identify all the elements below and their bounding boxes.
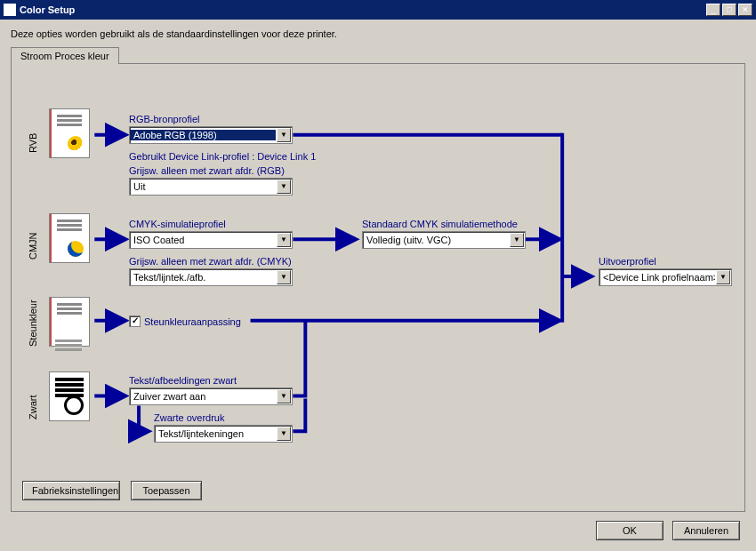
combo-gray-cmyk[interactable]: Tekst/lijntek./afb. ▼: [129, 268, 293, 286]
factory-settings-button[interactable]: Fabrieksinstellingen: [22, 481, 120, 500]
label-device-link-used: Gebruikt Device Link-profiel : Device Li…: [129, 151, 316, 162]
checkbox-spot-match[interactable]: ✓ Steunkleuraanpassing: [129, 315, 241, 327]
minimize-button[interactable]: _: [706, 4, 720, 16]
steun-doc-icon: [49, 297, 90, 347]
combo-gray-cmyk-value: Tekst/lijntek./afb.: [130, 272, 276, 283]
maximize-button[interactable]: □: [722, 4, 736, 16]
combo-text-graphics-black-value: Zuiver zwart aan: [130, 391, 276, 402]
label-gray-rgb: Grijsw. alleen met zwart afdr. (RGB): [129, 165, 285, 176]
label-rgb-source: RGB-bronprofiel: [129, 114, 199, 124]
label-gray-cmyk: Grijsw. alleen met zwart afdr. (CMYK): [129, 256, 292, 267]
combo-cmyk-method-value: Volledig (uitv. VGC): [363, 235, 509, 245]
apply-button[interactable]: Toepassen: [131, 481, 202, 500]
label-text-graphics-black: Tekst/afbeeldingen zwart: [129, 375, 237, 386]
chevron-down-icon: ▼: [277, 233, 291, 247]
combo-cmyk-sim-value: ISO Coated: [130, 235, 276, 245]
combo-text-graphics-black[interactable]: Zuiver zwart aan ▼: [129, 387, 293, 405]
combo-gray-rgb-value: Uit: [130, 181, 276, 192]
rgb-doc-icon: [49, 108, 90, 158]
label-black-overprint: Zwarte overdruk: [154, 412, 224, 423]
combo-gray-rgb[interactable]: Uit ▼: [129, 178, 293, 196]
close-button[interactable]: ✕: [738, 4, 752, 16]
window-body: Deze opties worden gebruikt als de stand…: [0, 20, 756, 551]
tab-stroom-proces-kleur[interactable]: Stroom Proces kleur: [11, 47, 119, 64]
section-label-cmjn: CMJN: [28, 232, 38, 260]
combo-cmyk-method[interactable]: Volledig (uitv. VGC) ▼: [362, 231, 526, 249]
combo-black-overprint-value: Tekst/lijntekeningen: [155, 428, 276, 439]
chevron-down-icon: ▼: [277, 180, 291, 194]
dialog-footer: OK Annuleren: [596, 521, 740, 540]
combo-black-overprint[interactable]: Tekst/lijntekeningen ▼: [154, 425, 293, 443]
window-title: Color Setup: [20, 4, 706, 15]
factory-settings-label: Fabrieksinstellingen: [32, 485, 118, 496]
apply-label: Toepassen: [142, 485, 189, 496]
chevron-down-icon: ▼: [716, 270, 730, 284]
window-controls: _ □ ✕: [706, 4, 752, 16]
tab-label: Stroom Proces kleur: [20, 51, 109, 61]
ok-label: OK: [623, 525, 637, 536]
chevron-down-icon: ▼: [277, 389, 291, 403]
cancel-label: Annuleren: [684, 525, 728, 536]
chevron-down-icon: ▼: [277, 270, 291, 284]
tab-panel: RVB RGB-bronprofiel Adobe RGB (1998) ▼ G…: [11, 63, 745, 512]
combo-output-profile-value: <Device Link profielnaam>: [599, 272, 715, 283]
intro-text: Deze opties worden gebruikt als de stand…: [11, 28, 745, 39]
flow-diagram: [12, 64, 744, 511]
chevron-down-icon: ▼: [277, 427, 291, 441]
ok-button[interactable]: OK: [596, 521, 664, 540]
combo-rgb-source[interactable]: Adobe RGB (1998) ▼: [129, 126, 293, 144]
app-icon: [4, 4, 16, 16]
section-label-zwart: Zwart: [28, 395, 38, 420]
combo-rgb-source-value: Adobe RGB (1998): [130, 130, 276, 140]
tab-area: Stroom Proces kleur: [11, 46, 745, 512]
checkbox-spot-match-label: Steunkleuraanpassing: [144, 316, 241, 327]
combo-output-profile[interactable]: <Device Link profielnaam> ▼: [599, 268, 732, 286]
label-output-profile: Uitvoerprofiel: [599, 256, 656, 267]
cmyk-doc-icon: [49, 213, 90, 263]
cancel-button[interactable]: Annuleren: [672, 521, 740, 540]
checkmark-icon: ✓: [129, 315, 141, 327]
label-cmyk-sim: CMYK-simulatieprofiel: [129, 219, 226, 229]
zwart-doc-icon: [49, 371, 90, 421]
label-cmyk-method: Standaard CMYK simulatiemethode: [362, 219, 518, 229]
chevron-down-icon: ▼: [277, 128, 291, 142]
combo-cmyk-sim[interactable]: ISO Coated ▼: [129, 231, 293, 249]
chevron-down-icon: ▼: [510, 233, 524, 247]
titlebar: Color Setup _ □ ✕: [0, 0, 756, 20]
section-label-steun: Steunkleur: [28, 299, 38, 347]
section-label-rvb: RVB: [28, 133, 38, 153]
